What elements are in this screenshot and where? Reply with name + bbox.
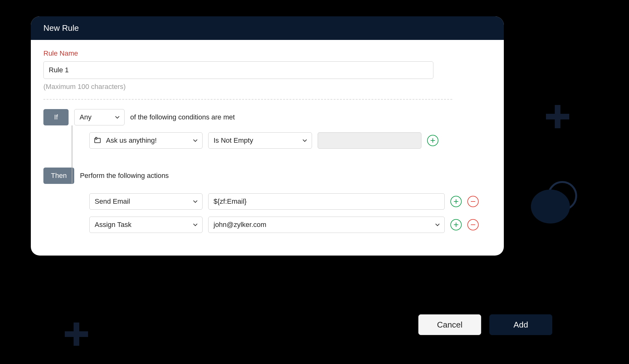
match-mode-select[interactable]: Any (74, 109, 125, 125)
action-row: Send Email (43, 193, 491, 210)
rule-name-label: Rule Name (43, 49, 491, 58)
decoration-blob-icon (528, 181, 579, 225)
add-action-button[interactable] (450, 196, 462, 207)
condition-value-input (318, 132, 421, 149)
chevron-down-icon (298, 138, 312, 143)
chevron-down-icon (188, 222, 202, 227)
add-action-button[interactable] (450, 219, 462, 230)
dialog-title: New Rule (31, 16, 504, 40)
if-tag: If (43, 109, 69, 125)
condition-operator-value: Is Not Empty (209, 136, 298, 145)
action-row: Assign Task john@zylker.com (43, 217, 491, 233)
chevron-down-icon (110, 115, 124, 120)
remove-action-button[interactable] (467, 196, 479, 207)
then-tag: Then (43, 168, 74, 184)
minus-icon (470, 222, 476, 228)
section-divider (43, 99, 452, 100)
then-header-row: Then Perform the following actions (43, 168, 491, 184)
plus-icon (453, 222, 459, 228)
cancel-button[interactable]: Cancel (418, 314, 481, 335)
action-type-value: Assign Task (90, 221, 188, 229)
chevron-down-icon (431, 222, 444, 227)
chevron-down-icon (188, 138, 202, 143)
condition-row: Ask us anything! Is Not Empty (43, 132, 491, 149)
svg-rect-3 (96, 137, 97, 139)
if-header-row: If Any of the following conditions are m… (43, 109, 491, 125)
if-tail-text: of the following conditions are met (130, 113, 235, 121)
condition-operator-select[interactable]: Is Not Empty (208, 132, 312, 149)
add-condition-button[interactable] (427, 135, 438, 146)
add-button[interactable]: Add (489, 314, 552, 335)
minus-icon (470, 199, 476, 204)
chevron-down-icon (188, 199, 202, 204)
rule-logic-area: If Any of the following conditions are m… (43, 109, 491, 233)
action-value-select[interactable]: john@zylker.com (208, 217, 445, 233)
decoration-plus-icon (544, 103, 571, 130)
action-type-select[interactable]: Assign Task (89, 217, 203, 233)
if-then-connector (72, 125, 72, 184)
rule-name-input[interactable] (43, 61, 433, 79)
field-icon (90, 137, 101, 144)
action-type-select[interactable]: Send Email (89, 193, 203, 210)
remove-action-button[interactable] (467, 219, 479, 230)
plus-icon (453, 199, 459, 204)
action-value-text: john@zylker.com (209, 221, 431, 229)
action-type-value: Send Email (90, 197, 188, 206)
match-mode-value: Any (75, 113, 110, 121)
dialog-body: Rule Name (Maximum 100 characters) If An… (31, 40, 504, 256)
plus-icon (430, 138, 436, 143)
then-header-text: Perform the following actions (80, 172, 169, 180)
dialog-footer: Cancel Add (418, 314, 552, 335)
condition-field-value: Ask us anything! (101, 136, 188, 145)
action-value-input[interactable] (208, 193, 445, 210)
rule-name-helper: (Maximum 100 characters) (43, 83, 491, 91)
condition-field-select[interactable]: Ask us anything! (89, 132, 203, 149)
decoration-plus-icon (63, 321, 90, 348)
svg-point-1 (531, 190, 570, 223)
new-rule-dialog: New Rule Rule Name (Maximum 100 characte… (31, 16, 504, 256)
